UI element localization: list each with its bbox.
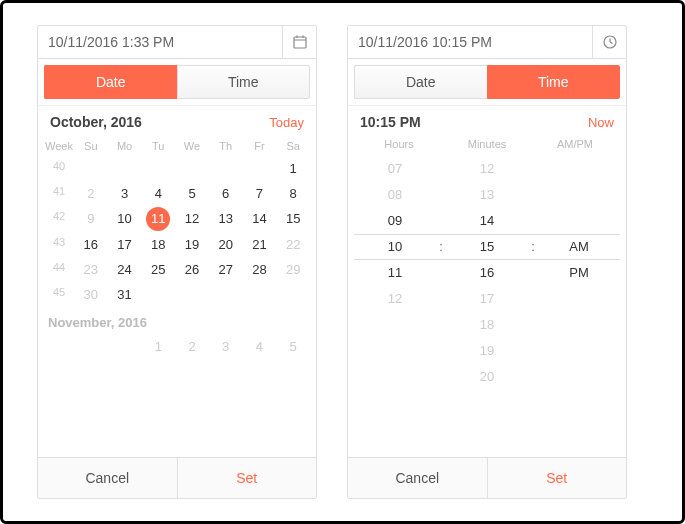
calendar-day[interactable]: 1 [141, 334, 175, 359]
time-option [538, 182, 620, 208]
clock-icon[interactable] [592, 26, 626, 58]
input-row [38, 26, 316, 59]
time-option[interactable]: 08 [354, 182, 436, 208]
calendar-day[interactable]: 13 [209, 206, 243, 232]
ampm-column[interactable]: AMPM [538, 156, 620, 457]
time-option [538, 286, 620, 312]
hours-label: Hours [360, 138, 438, 150]
hours-column[interactable]: 070809101112 [354, 156, 436, 457]
time-option[interactable]: 12 [354, 286, 436, 312]
calendar-day [74, 334, 108, 359]
calendar-header: October, 2016 Today [38, 106, 316, 136]
datetime-picker-time: Date Time 10:15 PM Now Hours Minutes AM/… [347, 25, 627, 499]
calendar-day [209, 156, 243, 181]
calendar-day[interactable]: 15 [276, 206, 310, 232]
month-title: October, 2016 [50, 114, 142, 130]
today-link[interactable]: Today [269, 115, 304, 130]
dow-header: Tu [141, 136, 175, 156]
time-option[interactable]: 18 [446, 312, 528, 338]
calendar-day[interactable]: 4 [243, 334, 277, 359]
week-number: 45 [44, 282, 74, 307]
dow-header: Sa [276, 136, 310, 156]
calendar-day[interactable]: 17 [108, 232, 142, 257]
svg-line-6 [610, 42, 613, 44]
calendar-day[interactable]: 25 [141, 257, 175, 282]
time-option[interactable]: 12 [446, 156, 528, 182]
cancel-button[interactable]: Cancel [348, 458, 488, 498]
tab-date[interactable]: Date [44, 65, 177, 99]
time-option[interactable]: 19 [446, 338, 528, 364]
week-number: 42 [44, 206, 74, 232]
week-number: 43 [44, 232, 74, 257]
calendar-day[interactable]: 5 [276, 334, 310, 359]
time-option[interactable]: AM [538, 234, 620, 260]
time-option [538, 312, 620, 338]
calendar-day[interactable]: 26 [175, 257, 209, 282]
separator: : [528, 156, 538, 457]
calendar-day[interactable]: 3 [108, 181, 142, 206]
calendar-day[interactable]: 28 [243, 257, 277, 282]
calendar-icon[interactable] [282, 26, 316, 58]
calendar-day[interactable]: 6 [209, 181, 243, 206]
dow-header: Mo [108, 136, 142, 156]
calendar-day[interactable]: 7 [243, 181, 277, 206]
next-month-title: November, 2016 [44, 307, 310, 334]
time-option[interactable]: 20 [446, 364, 528, 390]
calendar-day[interactable]: 3 [209, 334, 243, 359]
tabs: Date Time [38, 59, 316, 106]
calendar-day[interactable]: 5 [175, 181, 209, 206]
calendar-day[interactable]: 27 [209, 257, 243, 282]
calendar-day[interactable]: 22 [276, 232, 310, 257]
calendar-day[interactable]: 10 [108, 206, 142, 232]
calendar-day[interactable]: 31 [108, 282, 142, 307]
calendar-day[interactable]: 2 [175, 334, 209, 359]
calendar-day[interactable]: 1 [276, 156, 310, 181]
calendar-day[interactable]: 4 [141, 181, 175, 206]
calendar-day[interactable]: 21 [243, 232, 277, 257]
datetime-input[interactable] [348, 26, 592, 58]
calendar-day[interactable]: 24 [108, 257, 142, 282]
minutes-column[interactable]: 121314151617181920 [446, 156, 528, 457]
calendar-day[interactable]: 23 [74, 257, 108, 282]
time-option[interactable]: 16 [446, 260, 528, 286]
dow-header: We [175, 136, 209, 156]
calendar-day [175, 156, 209, 181]
cancel-button[interactable]: Cancel [38, 458, 178, 498]
datetime-picker-date: Date Time October, 2016 Today WeekSuMoTu… [37, 25, 317, 499]
time-option[interactable]: 10 [354, 234, 436, 260]
time-option[interactable]: 14 [446, 208, 528, 234]
time-option[interactable]: 13 [446, 182, 528, 208]
calendar-day[interactable]: 30 [74, 282, 108, 307]
time-option [354, 312, 436, 338]
calendar-day [108, 156, 142, 181]
set-button[interactable]: Set [488, 458, 627, 498]
calendar-day[interactable]: 16 [74, 232, 108, 257]
tabs: Date Time [348, 59, 626, 106]
calendar-day[interactable]: 11 [146, 207, 170, 231]
tab-date[interactable]: Date [354, 65, 487, 99]
time-option[interactable]: 17 [446, 286, 528, 312]
time-option[interactable]: PM [538, 260, 620, 286]
calendar-day[interactable]: 9 [74, 206, 108, 232]
tab-time[interactable]: Time [177, 65, 311, 99]
time-option[interactable]: 11 [354, 260, 436, 286]
time-option[interactable]: 09 [354, 208, 436, 234]
tab-time[interactable]: Time [487, 65, 621, 99]
time-option[interactable]: 15 [446, 234, 528, 260]
calendar-day[interactable]: 2 [74, 181, 108, 206]
time-columns-header: Hours Minutes AM/PM [354, 136, 620, 156]
now-link[interactable]: Now [588, 115, 614, 130]
calendar-day[interactable]: 18 [141, 232, 175, 257]
set-button[interactable]: Set [178, 458, 317, 498]
calendar-day [175, 282, 209, 307]
time-option[interactable]: 07 [354, 156, 436, 182]
datetime-input[interactable] [38, 26, 282, 58]
separator: : [436, 156, 446, 457]
footer: Cancel Set [38, 457, 316, 498]
calendar-day[interactable]: 14 [243, 206, 277, 232]
calendar-day[interactable]: 20 [209, 232, 243, 257]
calendar-day[interactable]: 19 [175, 232, 209, 257]
calendar-day[interactable]: 29 [276, 257, 310, 282]
calendar-day[interactable]: 8 [276, 181, 310, 206]
calendar-day[interactable]: 12 [175, 206, 209, 232]
